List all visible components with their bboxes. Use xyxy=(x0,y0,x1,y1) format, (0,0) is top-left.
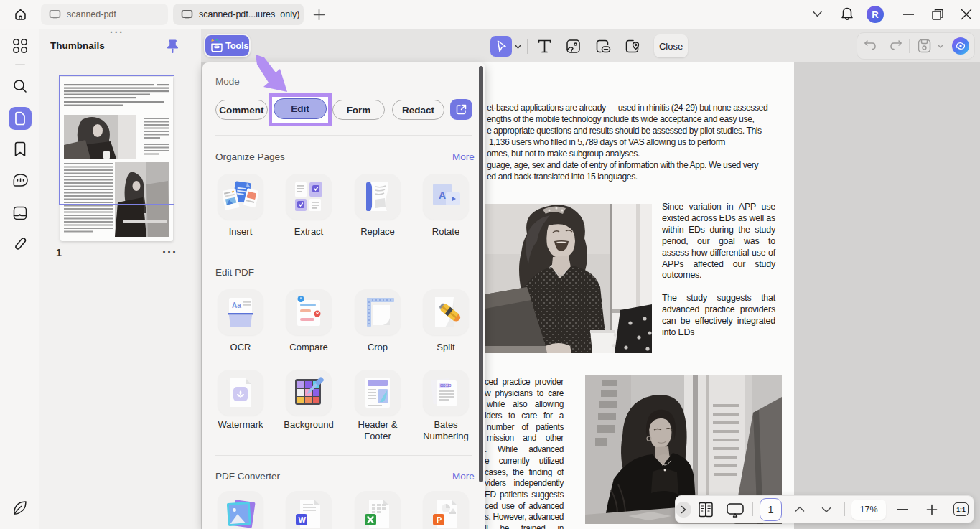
svg-text:W: W xyxy=(299,515,307,524)
svg-text:A: A xyxy=(439,189,446,201)
svg-text:000123: 000123 xyxy=(440,384,452,388)
svg-text:P: P xyxy=(437,515,442,524)
svg-text:Aa: Aa xyxy=(232,301,241,309)
